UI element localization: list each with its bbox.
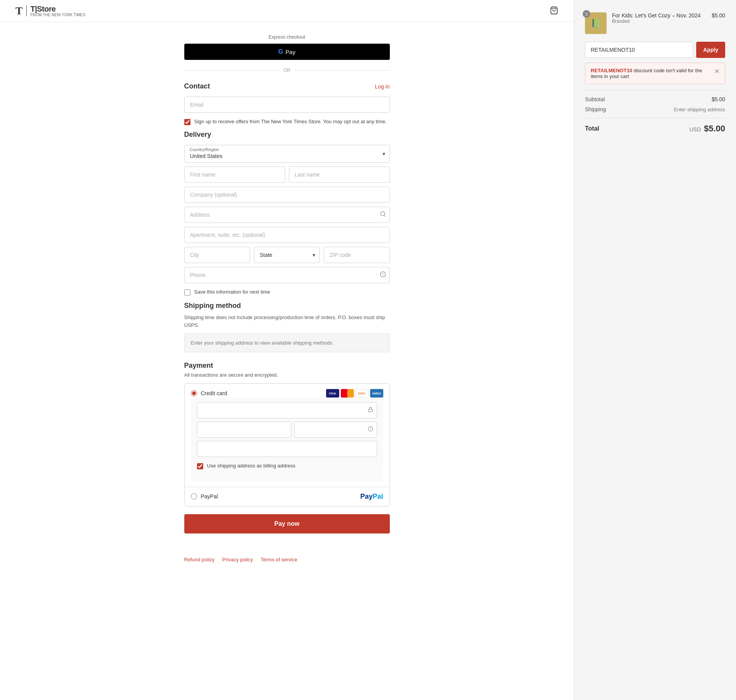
country-group: Country/Region United States ▾ bbox=[184, 145, 390, 163]
terms-link[interactable]: Terms of service bbox=[261, 557, 297, 562]
discount-input[interactable] bbox=[585, 42, 693, 58]
express-checkout-section: Express checkout G Pay bbox=[184, 34, 390, 60]
summary-divider bbox=[585, 90, 725, 91]
subtotal-label: Subtotal bbox=[585, 96, 605, 102]
gpay-button[interactable]: G Pay bbox=[184, 44, 390, 60]
cart-icon[interactable] bbox=[550, 6, 558, 16]
footer-links: Refund policy Privacy policy Terms of se… bbox=[184, 549, 390, 562]
card-number-group bbox=[197, 402, 377, 418]
svg-line-2 bbox=[384, 215, 385, 216]
card-number-field[interactable] bbox=[197, 402, 377, 418]
state-select[interactable]: State bbox=[254, 247, 320, 263]
pay-now-button[interactable]: Pay now bbox=[184, 514, 390, 533]
store-text: T|Store bbox=[31, 5, 56, 13]
total-divider bbox=[585, 118, 725, 118]
refund-policy-link[interactable]: Refund policy bbox=[184, 557, 215, 562]
credit-card-label: Credit card bbox=[201, 390, 227, 396]
cart-quantity-badge: 1 bbox=[583, 10, 590, 18]
shipping-info-text: Shipping time does not include processin… bbox=[184, 314, 390, 329]
email-field[interactable] bbox=[184, 97, 390, 113]
apartment-field[interactable] bbox=[184, 227, 390, 243]
card-expiry-field[interactable] bbox=[197, 421, 291, 438]
country-label: Country/Region bbox=[190, 147, 219, 152]
billing-address-checkbox[interactable] bbox=[197, 463, 203, 469]
subtotal-value: $5.00 bbox=[712, 96, 725, 102]
company-group bbox=[184, 187, 390, 203]
logo-sub: FROM THE NEW YORK TIMES bbox=[31, 13, 85, 17]
credit-card-radio[interactable] bbox=[191, 390, 197, 396]
error-text: RETAILMENOT10 discount code isn't valid … bbox=[591, 68, 714, 79]
last-name-field[interactable] bbox=[289, 167, 390, 183]
paypal-logo: PayPal bbox=[360, 493, 383, 501]
discount-form: Apply bbox=[585, 42, 725, 58]
discover-icon: DISC bbox=[355, 389, 369, 398]
card-expiry-cvv-row bbox=[197, 421, 377, 438]
zip-group bbox=[324, 247, 390, 263]
address-field[interactable] bbox=[184, 207, 390, 223]
mastercard-icon bbox=[341, 389, 354, 398]
save-info-checkbox[interactable] bbox=[184, 289, 190, 296]
newsletter-label: Sign up to receive offers from The New Y… bbox=[194, 118, 387, 125]
cvv-info-icon bbox=[368, 426, 373, 433]
total-row: Total USD $5.00 bbox=[585, 124, 725, 134]
payment-title: Payment bbox=[184, 362, 390, 370]
shipping-row: Shipping Enter shipping address bbox=[585, 106, 725, 112]
save-info-row: Save this information for next time bbox=[184, 289, 390, 296]
header: T T|Store FROM THE NEW YORK TIMES bbox=[0, 0, 574, 22]
company-field[interactable] bbox=[184, 187, 390, 203]
credit-card-option: Credit card VISA DISC AMEX bbox=[185, 384, 389, 487]
delivery-title: Delivery bbox=[184, 131, 390, 139]
last-name-group bbox=[289, 167, 390, 183]
card-icons: VISA DISC AMEX bbox=[326, 389, 383, 398]
newsletter-checkbox[interactable] bbox=[184, 119, 190, 125]
visa-icon: VISA bbox=[326, 389, 339, 398]
email-group bbox=[184, 97, 390, 113]
apply-button[interactable]: Apply bbox=[696, 42, 725, 58]
order-summary-panel: 1 📗 For Kids: Let's Get Cozy – Nov. 2024… bbox=[574, 0, 736, 700]
contact-title: Contact bbox=[184, 82, 210, 90]
payment-options: Credit card VISA DISC AMEX bbox=[184, 383, 390, 506]
search-icon bbox=[380, 211, 386, 219]
shipping-label: Shipping bbox=[585, 106, 606, 112]
privacy-policy-link[interactable]: Privacy policy bbox=[222, 557, 253, 562]
cart-item-name: For Kids: Let's Get Cozy – Nov. 2024 bbox=[612, 12, 706, 19]
shipping-title: Shipping method bbox=[184, 302, 390, 310]
phone-group bbox=[184, 267, 390, 283]
subtotal-row: Subtotal $5.00 bbox=[585, 96, 725, 102]
name-row bbox=[184, 167, 390, 183]
card-name-field[interactable] bbox=[197, 441, 377, 457]
credit-card-fields: Use shipping address as billing address bbox=[191, 398, 383, 481]
shipping-value: Enter shipping address bbox=[674, 107, 725, 112]
svg-rect-6 bbox=[368, 409, 372, 412]
cart-item: 1 📗 For Kids: Let's Get Cozy – Nov. 2024… bbox=[585, 12, 725, 34]
lock-icon bbox=[368, 407, 373, 414]
cvv-field[interactable] bbox=[294, 421, 377, 438]
credit-card-label-row[interactable]: Credit card bbox=[191, 390, 227, 396]
cart-item-image: 1 📗 bbox=[585, 12, 607, 34]
billing-address-label: Use shipping address as billing address bbox=[207, 462, 296, 469]
paypal-label-row[interactable]: PayPal bbox=[191, 493, 218, 500]
payment-secure-text: All transactions are secure and encrypte… bbox=[184, 372, 390, 378]
contact-section-header: Contact Log in bbox=[184, 82, 390, 90]
phone-field[interactable] bbox=[184, 267, 390, 283]
save-info-label: Save this information for next time bbox=[194, 289, 270, 296]
address-group bbox=[184, 207, 390, 223]
logo: T T|Store FROM THE NEW YORK TIMES bbox=[15, 5, 85, 17]
paypal-radio[interactable] bbox=[191, 493, 197, 500]
city-field[interactable] bbox=[184, 247, 250, 263]
shipping-placeholder: Enter your shipping address to view avai… bbox=[184, 333, 390, 352]
newsletter-row: Sign up to receive offers from The New Y… bbox=[184, 118, 390, 125]
total-label: Total bbox=[585, 125, 599, 132]
express-label: Express checkout bbox=[184, 34, 390, 40]
phone-info-icon bbox=[380, 271, 386, 279]
paypal-option-header: PayPal PayPal bbox=[191, 493, 383, 501]
first-name-field[interactable] bbox=[184, 167, 285, 183]
error-close-button[interactable]: ✕ bbox=[714, 68, 719, 75]
error-code: RETAILMENOT10 bbox=[591, 68, 632, 73]
zip-field[interactable] bbox=[324, 247, 390, 263]
login-link[interactable]: Log in bbox=[375, 83, 389, 90]
gpay-label: Pay bbox=[286, 49, 296, 55]
paypal-option: PayPal PayPal bbox=[185, 487, 389, 506]
credit-card-header: Credit card VISA DISC AMEX bbox=[191, 389, 383, 398]
cart-item-info: For Kids: Let's Get Cozy – Nov. 2024 Bra… bbox=[612, 12, 706, 24]
